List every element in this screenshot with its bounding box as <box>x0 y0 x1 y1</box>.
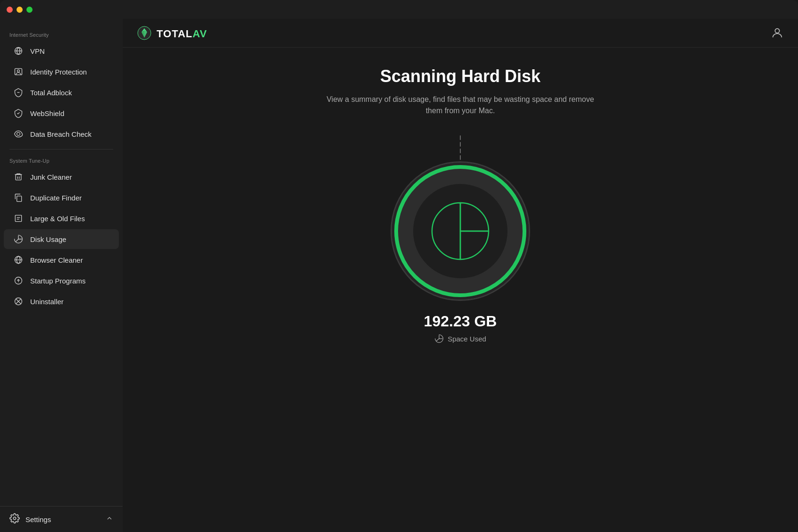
disk-usage-label: Space Used <box>434 334 486 343</box>
sidebar-item-disk-usage[interactable]: Disk Usage <box>4 229 119 249</box>
sidebar-item-startup-programs[interactable]: Startup Programs <box>4 271 119 291</box>
dashed-connector <box>460 135 461 164</box>
sidebar-item-breach[interactable]: Data Breach Check <box>4 124 119 144</box>
disk-usage-icon <box>13 234 24 244</box>
main-content: TOTALAV Scanning Hard Disk View a summar… <box>123 19 644 422</box>
sidebar-item-disk-usage-label: Disk Usage <box>30 235 66 243</box>
browser-cleaner-icon <box>13 255 24 265</box>
minimize-button[interactable] <box>17 7 23 13</box>
adblock-icon <box>13 87 24 98</box>
sidebar: Internet Security VPN Identity Protectio… <box>0 19 123 422</box>
sidebar-item-webshield-label: WebShield <box>30 109 64 117</box>
pie-chart-inner <box>413 184 507 278</box>
sidebar-item-startup-label: Startup Programs <box>30 277 86 285</box>
logo-text: TOTALAV <box>157 28 207 40</box>
titlebar <box>0 0 644 19</box>
sidebar-item-vpn-label: VPN <box>30 47 45 55</box>
identity-protection-icon <box>13 66 24 77</box>
section-internet-security: Internet Security <box>0 28 123 41</box>
space-used-text: Space Used <box>448 335 486 343</box>
app-container: Internet Security VPN Identity Protectio… <box>0 19 644 422</box>
logo-total: TOTAL <box>157 28 192 40</box>
sidebar-item-duplicate-finder[interactable]: Duplicate Finder <box>4 188 119 208</box>
sidebar-item-browser-label: Browser Cleaner <box>30 256 83 264</box>
svg-rect-10 <box>15 215 21 221</box>
sidebar-item-breach-label: Data Breach Check <box>30 130 91 138</box>
svg-rect-6 <box>16 175 21 180</box>
logo-av: AV <box>192 28 207 40</box>
webshield-icon <box>13 108 24 118</box>
sidebar-item-browser-cleaner[interactable]: Browser Cleaner <box>4 250 119 270</box>
large-old-files-icon <box>13 213 24 224</box>
sidebar-item-vpn[interactable]: VPN <box>4 41 119 61</box>
sidebar-divider <box>9 149 113 150</box>
sidebar-item-junk-cleaner[interactable]: Junk Cleaner <box>4 167 119 187</box>
junk-cleaner-icon <box>13 172 24 182</box>
pie-chart-svg <box>423 193 498 269</box>
vpn-icon <box>13 46 24 56</box>
svg-point-3 <box>17 70 20 72</box>
sidebar-item-large-old-files[interactable]: Large & Old Files <box>4 208 119 228</box>
page-subtitle: View a summary of disk usage, find files… <box>324 94 597 116</box>
sidebar-item-adblock[interactable]: Total Adblock <box>4 83 119 102</box>
close-button[interactable] <box>7 7 13 13</box>
logo-area: TOTALAV <box>137 25 207 42</box>
sidebar-item-junk-label: Junk Cleaner <box>30 173 72 181</box>
uninstaller-icon <box>13 296 24 307</box>
pie-chart-ring <box>392 163 529 299</box>
logo-icon <box>137 25 152 42</box>
sidebar-item-uninstaller[interactable]: Uninstaller <box>4 291 119 311</box>
sidebar-item-large-files-label: Large & Old Files <box>30 215 85 223</box>
sidebar-item-uninstaller-label: Uninstaller <box>30 298 64 306</box>
space-used-icon <box>434 334 444 343</box>
app-header: TOTALAV <box>123 19 644 48</box>
disk-usage-value: 192.23 GB <box>424 313 497 330</box>
startup-icon <box>13 275 24 286</box>
page-title: Scanning Hard Disk <box>380 66 540 86</box>
content-area: Scanning Hard Disk View a summary of dis… <box>123 48 644 422</box>
sidebar-item-identity-label: Identity Protection <box>30 68 87 76</box>
maximize-button[interactable] <box>26 7 33 13</box>
sidebar-item-duplicate-label: Duplicate Finder <box>30 194 82 202</box>
duplicate-finder-icon <box>13 192 24 203</box>
svg-point-5 <box>17 133 20 136</box>
sidebar-item-webshield[interactable]: WebShield <box>4 103 119 123</box>
breach-icon <box>13 129 24 139</box>
sidebar-item-identity-protection[interactable]: Identity Protection <box>4 62 119 82</box>
chart-container: 192.23 GB Space Used <box>392 135 529 343</box>
sidebar-item-adblock-label: Total Adblock <box>30 89 72 97</box>
section-system-tuneup: System Tune-Up <box>0 154 123 166</box>
svg-rect-9 <box>17 196 22 202</box>
